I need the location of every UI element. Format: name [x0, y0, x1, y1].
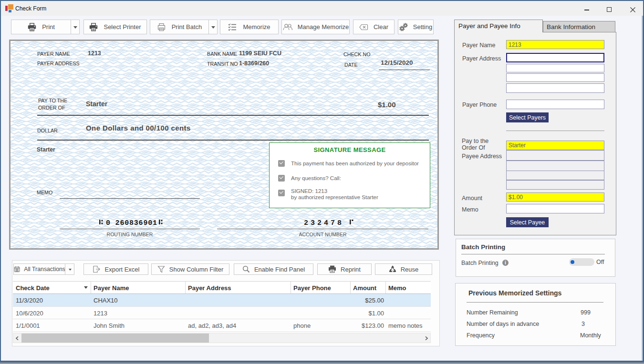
svg-text:232478: 232478: [304, 219, 344, 226]
svg-text:0 260836901: 0 260836901: [106, 219, 157, 226]
